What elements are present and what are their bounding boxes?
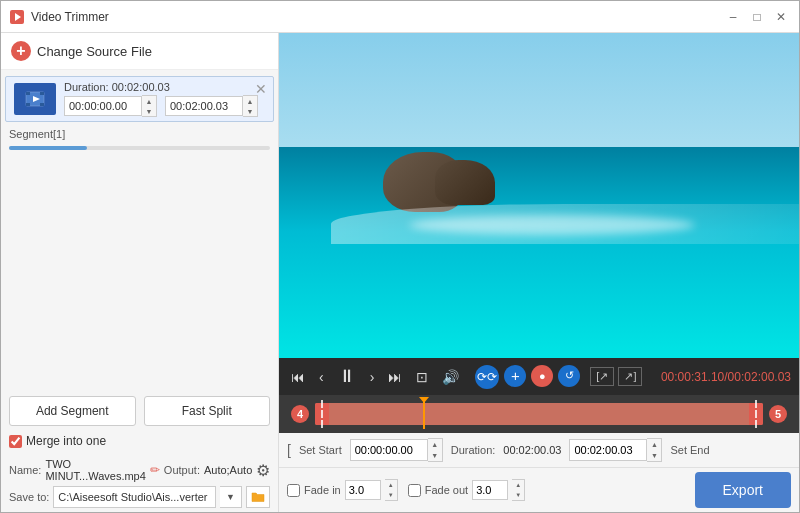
trim-handle-left[interactable] xyxy=(315,403,329,425)
trim-handle-right[interactable] xyxy=(749,403,763,425)
output-info: Name: TWO MINUT...Waves.mp4 ✏ Output: Au… xyxy=(1,454,278,512)
maximize-button[interactable]: □ xyxy=(747,7,767,27)
save-to-label: Save to: xyxy=(9,491,49,503)
svg-rect-5 xyxy=(26,103,30,106)
film-icon xyxy=(24,88,46,110)
fade-in-label: Fade in xyxy=(304,484,341,496)
bracket-buttons: [↗ ↗] xyxy=(590,367,642,386)
settings-icon[interactable]: ⚙ xyxy=(256,461,270,480)
refresh-button[interactable]: ↺ xyxy=(558,365,580,387)
record-button[interactable]: ● xyxy=(531,365,553,387)
badge-5: 5 xyxy=(769,405,787,423)
playback-controls: ⏮ ‹ ⏸ › ⏭ ⊡ 🔊 ⟳⟳ + ● ↺ [↗ ↗] xyxy=(279,358,799,395)
end-time-down[interactable]: ▼ xyxy=(243,106,257,116)
title-left: Video Trimmer xyxy=(9,9,109,25)
fade-out-checkbox[interactable] xyxy=(408,484,421,497)
fade-out-up[interactable]: ▲ xyxy=(512,480,524,490)
segment-info: Duration: 00:02:00.03 ▲ ▼ xyxy=(56,81,266,117)
trim-end-input[interactable] xyxy=(569,439,647,461)
save-path-input[interactable] xyxy=(53,486,216,508)
minimize-button[interactable]: – xyxy=(723,7,743,27)
trim-start-input-group: ▲ ▼ xyxy=(350,438,443,462)
fade-out-label: Fade out xyxy=(425,484,468,496)
trim-start-down[interactable]: ▼ xyxy=(428,450,442,461)
end-time-group: ▲ ▼ xyxy=(165,95,258,117)
trim-start-up[interactable]: ▲ xyxy=(428,439,442,450)
export-area: Export xyxy=(695,472,791,508)
progress-bar-container xyxy=(9,146,270,150)
merge-checkbox[interactable] xyxy=(9,435,22,448)
next-frame-button[interactable]: › xyxy=(366,367,379,387)
water-area xyxy=(279,147,799,358)
path-dropdown-button[interactable]: ▼ xyxy=(220,486,242,508)
end-time-spinner: ▲ ▼ xyxy=(243,95,258,117)
fade-in-down[interactable]: ▼ xyxy=(385,490,397,500)
merge-checkbox-row: Merge into one xyxy=(1,434,278,454)
trim-controls: [ Set Start ▲ ▼ Duration: 00:02:00.03 ▲ … xyxy=(279,433,799,467)
start-time-up[interactable]: ▲ xyxy=(142,96,156,106)
fade-out-input[interactable] xyxy=(472,480,508,500)
handle-lines-right xyxy=(755,400,757,428)
trim-end-down[interactable]: ▼ xyxy=(647,450,661,461)
handle-line xyxy=(755,420,757,428)
trim-track-container: 4 xyxy=(315,403,763,425)
right-panel: ⏮ ‹ ⏸ › ⏭ ⊡ 🔊 ⟳⟳ + ● ↺ [↗ ↗] xyxy=(279,33,799,512)
output-value: Auto;Auto xyxy=(204,464,252,476)
fast-split-button[interactable]: Fast Split xyxy=(144,396,271,426)
fade-in-input[interactable] xyxy=(345,480,381,500)
browse-folder-button[interactable] xyxy=(246,486,270,508)
start-time-down[interactable]: ▼ xyxy=(142,106,156,116)
video-preview xyxy=(279,33,799,358)
fade-in-up[interactable]: ▲ xyxy=(385,480,397,490)
fade-out-spinner: ▲ ▼ xyxy=(512,479,525,501)
action-buttons-group: ⟳⟳ + ● ↺ xyxy=(475,365,580,389)
handle-line xyxy=(321,420,323,428)
progress-bar-fill xyxy=(9,146,87,150)
fade-out-down[interactable]: ▼ xyxy=(512,490,524,500)
title-bar: Video Trimmer – □ ✕ xyxy=(1,1,799,33)
skip-to-start-button[interactable]: ⏮ xyxy=(287,367,309,387)
save-to-row: Save to: ▼ xyxy=(9,486,270,508)
volume-button[interactable]: 🔊 xyxy=(438,367,463,387)
add-button[interactable]: + xyxy=(504,365,526,387)
rock2 xyxy=(435,160,495,205)
trim-end-up[interactable]: ▲ xyxy=(647,439,661,450)
segment-label: Segment[1] xyxy=(1,124,278,144)
set-end-label: Set End xyxy=(670,444,709,456)
close-button[interactable]: ✕ xyxy=(771,7,791,27)
file-name: TWO MINUT...Waves.mp4 xyxy=(45,458,145,482)
handle-line xyxy=(321,400,323,408)
skip-to-end-button[interactable]: ⏭ xyxy=(384,367,406,387)
segment-close-button[interactable]: ✕ xyxy=(255,81,267,97)
add-source-icon: + xyxy=(11,41,31,61)
wave-foam xyxy=(409,215,695,235)
svg-rect-3 xyxy=(26,92,30,95)
trim-playhead xyxy=(423,399,425,429)
edit-name-icon[interactable]: ✏ xyxy=(150,463,160,477)
trim-start-spinner: ▲ ▼ xyxy=(428,438,443,462)
end-time-up[interactable]: ▲ xyxy=(243,96,257,106)
bracket-right-button[interactable]: ↗] xyxy=(618,367,642,386)
handle-line xyxy=(755,410,757,418)
prev-frame-button[interactable]: ‹ xyxy=(315,367,328,387)
add-source-button[interactable]: + Change Source File xyxy=(1,33,278,70)
segment-list: Duration: 00:02:00.03 ▲ ▼ xyxy=(1,70,278,388)
window-title: Video Trimmer xyxy=(31,10,109,24)
trim-start-input[interactable] xyxy=(350,439,428,461)
svg-rect-4 xyxy=(40,92,44,95)
crop-button[interactable]: ⊡ xyxy=(412,367,432,387)
export-button[interactable]: Export xyxy=(695,472,791,508)
loop-button[interactable]: ⟳⟳ xyxy=(475,365,499,389)
start-time-input[interactable] xyxy=(64,96,142,116)
pause-button[interactable]: ⏸ xyxy=(334,364,360,389)
fade-in-checkbox[interactable] xyxy=(287,484,300,497)
set-start-label: Set Start xyxy=(299,444,342,456)
fade-controls: Fade in ▲ ▼ Fade out ▲ ▼ xyxy=(279,467,799,512)
trim-track[interactable] xyxy=(315,403,763,425)
end-time-input[interactable] xyxy=(165,96,243,116)
trim-duration-value: 00:02:00.03 xyxy=(503,444,561,456)
app-window: Video Trimmer – □ ✕ + Change Source File xyxy=(0,0,800,513)
fade-out-group: Fade out ▲ ▼ xyxy=(408,479,525,501)
bracket-left-button[interactable]: [↗ xyxy=(590,367,614,386)
add-segment-button[interactable]: Add Segment xyxy=(9,396,136,426)
